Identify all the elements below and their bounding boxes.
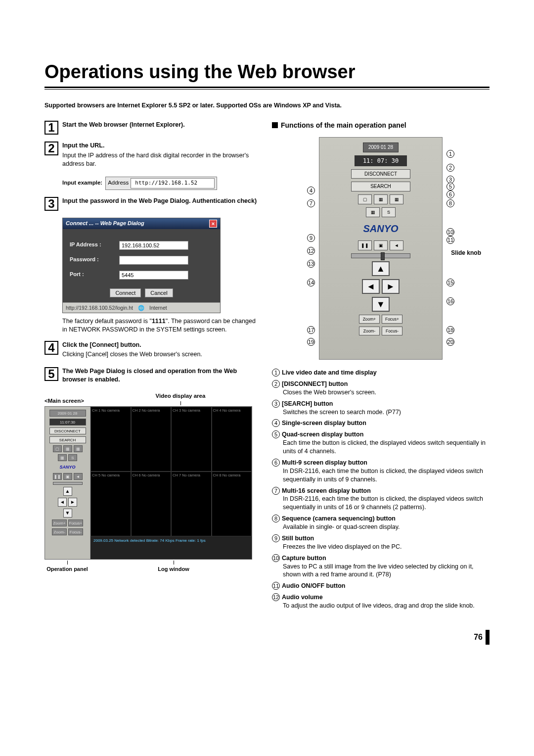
close-icon[interactable]: × [209,220,217,228]
function-item: 12Audio volumeTo adjust the audio output… [272,593,490,610]
brand-logo: SANYO [363,222,398,236]
video-area-label: Video display area [104,392,257,405]
port-field[interactable] [119,271,188,280]
function-num: 3 [272,400,280,408]
ms-disconnect-button[interactable]: DISCONNECT [49,427,86,434]
sequence-icon[interactable]: S [68,454,77,461]
sequence-button[interactable]: S [382,207,396,217]
ms-zoom-plus[interactable]: Zoom+ [52,520,67,526]
intro-text: Supported browsers are Internet Explorer… [44,101,490,110]
function-title: Multi-16 screen display button [282,487,371,494]
video-cell[interactable]: CH 2 No camera [131,407,172,472]
arrow-up-icon[interactable]: ▲ [63,487,72,496]
function-num: 7 [272,487,280,495]
function-title: Sequence (camera sequencing) button [282,515,396,522]
step-3-title: Input the password in the Web Page Dialo… [62,197,257,205]
step-1-title: Start the Web browser (Internet Explorer… [62,121,257,129]
url-input[interactable]: http://192.168.1.52 [131,178,215,189]
function-title: Still button [282,535,314,542]
step-2-title: Input the URL. [62,142,257,150]
audio-button[interactable]: ◄ [390,240,403,250]
quad-screen-icon[interactable]: ▦ [63,445,72,452]
video-cell[interactable]: CH 4 No camera [212,407,252,472]
function-item: 3[SEARCH] buttonSwitches the screen to s… [272,400,490,417]
multi16-screen-icon[interactable]: ▦ [58,454,67,461]
arrow-down-icon[interactable]: ▼ [63,509,72,518]
ms-volume-slider[interactable] [53,482,83,485]
step-5-title: The Web Page Dialog is closed and operat… [62,367,257,384]
input-example-label: Input example: [62,179,102,187]
ms-search-button[interactable]: SEARCH [49,436,86,443]
function-body: Closes the Web browser's screen. [283,388,490,397]
function-item: 7Multi-16 screen display buttonIn DSR-21… [272,487,490,512]
video-cell[interactable]: CH 7 No camera [171,472,212,536]
cancel-button[interactable]: Cancel [145,288,173,297]
single-screen-button[interactable]: ▢ [358,194,372,204]
function-num: 11 [272,582,280,590]
ptz-right-button[interactable]: ► [382,279,400,294]
callout-9: 9 [307,234,315,242]
function-num: 6 [272,459,280,467]
function-item: 8Sequence (camera sequencing) buttonAvai… [272,515,490,531]
video-cell[interactable]: CH 3 No camera [171,407,212,472]
capture-icon[interactable]: ▣ [63,473,72,480]
function-num: 9 [272,534,280,542]
step-3: 3 Input the password in the Web Page Dia… [44,197,257,211]
page-title: Operations using the Web browser [44,59,490,85]
quad-screen-button[interactable]: ▦ [374,194,388,204]
ms-focus-minus[interactable]: Focus- [68,528,83,535]
zoom-minus-button[interactable]: Zoom- [359,327,380,335]
ip-label: IP Address : [70,241,114,250]
function-title: Multi-9 screen display button [282,459,367,466]
still-button[interactable]: ❚❚ [358,240,372,250]
password-field[interactable] [119,256,188,265]
panel-time: 11: 07: 30 [355,155,407,166]
function-body: In DSR-2116, each time the button is cli… [283,495,490,512]
callout-16: 16 [446,297,454,305]
function-item: 2[DISCONNECT] buttonCloses the Web brows… [272,380,490,397]
log-window-label: Log window [90,561,257,573]
search-button[interactable]: SEARCH [351,182,410,191]
function-num: 2 [272,380,280,388]
multi9-screen-icon[interactable]: ▦ [74,445,83,452]
arrow-left-icon[interactable]: ◄ [58,498,67,507]
callout-14: 14 [307,279,315,286]
single-screen-icon[interactable]: ▢ [53,445,62,452]
operation-panel-mock: 2009 01 28 11: 07: 30 DISCONNECT SEARCH … [319,137,443,360]
ip-field[interactable] [119,241,188,250]
arrow-right-icon[interactable]: ► [68,498,77,507]
function-title: Audio volume [282,594,323,601]
callout-10: 10 [446,228,454,236]
function-title: Audio ON/OFF button [282,582,345,589]
disconnect-button[interactable]: DISCONNECT [351,169,410,179]
ptz-down-button[interactable]: ▼ [372,297,390,312]
connect-button[interactable]: Connect [110,288,141,297]
step-num-1: 1 [44,121,58,135]
ptz-left-button[interactable]: ◄ [362,279,380,294]
zoom-plus-button[interactable]: Zoom+ [359,315,380,324]
capture-button[interactable]: ▣ [374,240,388,250]
function-num: 12 [272,593,280,601]
focus-minus-button[interactable]: Focus- [382,327,402,335]
step-2: 2 Input the URL. Input the IP address of… [44,142,257,170]
focus-plus-button[interactable]: Focus+ [382,315,402,324]
function-item: 5Quad-screen display buttonEach time the… [272,430,490,456]
still-icon[interactable]: ❚❚ [53,473,62,480]
audio-icon[interactable]: ◄ [74,473,83,480]
ptz-up-button[interactable]: ▲ [372,261,390,276]
brand-logo: SANYO [59,464,75,470]
step-num-2: 2 [44,142,58,155]
callout-2: 2 [446,164,454,172]
ms-zoom-minus[interactable]: Zoom- [52,528,67,535]
video-cell[interactable]: CH 8 No camera [212,472,252,536]
slide-knob[interactable] [381,252,385,260]
multi16-button[interactable]: ▦ [366,207,380,217]
step-3-note: The factory default password is "1111". … [62,317,257,334]
volume-slider[interactable] [351,253,410,258]
video-cell[interactable]: CH 6 No camera [131,472,172,536]
op-panel-label: Operation panel [44,561,90,573]
ms-focus-plus[interactable]: Focus+ [68,520,83,526]
video-cell[interactable]: CH 5 No camera [90,472,131,536]
multi9-button[interactable]: ▦ [390,194,403,204]
video-cell[interactable]: CH 1 No camera [90,407,131,472]
